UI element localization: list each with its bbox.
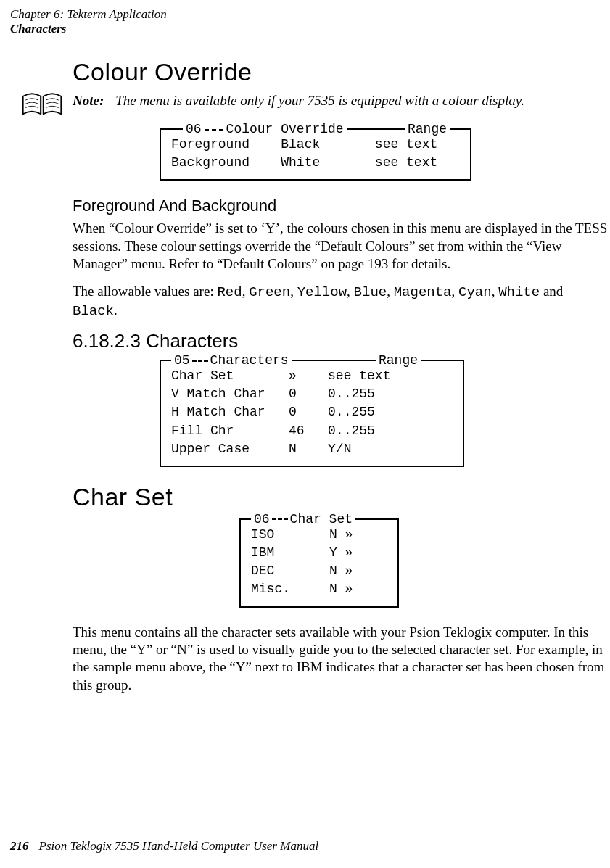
heading-characters: 6.18.2.3 Characters (73, 330, 609, 352)
menu-row: Misc. N » (251, 580, 387, 598)
para2-post: . (114, 302, 118, 318)
menu-colour-override: 06 Colour Override Range Foreground Blac… (160, 128, 471, 181)
running-header: Chapter 6: Tekterm Application Character… (10, 7, 167, 37)
note-text: Note:The menu is available only if your … (73, 92, 524, 109)
menu-legend-range: Range (376, 352, 421, 370)
menu-row: V Match Char 0 0..255 (171, 385, 453, 403)
menu-row: Background White see text (171, 154, 460, 172)
menu-title: Characters (210, 352, 289, 370)
page-number: 216 (10, 839, 29, 853)
value-yellow: Yellow (297, 284, 347, 300)
value-blue: Blue (354, 284, 387, 300)
value-cyan: Cyan (458, 284, 492, 300)
menu-row: IBM Y » (251, 544, 387, 562)
menu-title: Colour Override (226, 120, 344, 139)
heading-char-set: Char Set (73, 483, 609, 511)
book-title: Psion Teklogix 7535 Hand-Held Computer U… (39, 839, 319, 853)
menu-legend-left: 05 Characters (171, 352, 292, 370)
menu-row: H Match Char 0 0..255 (171, 403, 453, 421)
value-white: White (498, 284, 540, 300)
value-red: Red (217, 284, 242, 300)
menu-legend-range: Range (405, 120, 450, 139)
para2-pre: The allowable values are: (73, 284, 217, 299)
heading-foreground-background: Foreground And Background (73, 197, 609, 215)
heading-colour-override: Colour Override (73, 58, 609, 86)
menu-legend-left: 06 Colour Override (183, 120, 347, 139)
body-paragraph-values: The allowable values are: Red, Green, Ye… (73, 283, 609, 320)
running-header-section: Characters (10, 22, 167, 36)
note-label: Note: (73, 93, 104, 108)
note-body: The menu is available only if your 7535 … (115, 93, 524, 108)
menu-number: 05 (174, 352, 190, 370)
note-block: Note:The menu is available only if your … (22, 92, 609, 121)
body-paragraph-tail: This menu contains all the character set… (73, 624, 609, 694)
menu-title: Char Set (290, 511, 353, 529)
menu-row: DEC N » (251, 562, 387, 580)
menu-characters: 05 Characters Range Char Set » see text … (160, 360, 464, 467)
menu-number: 06 (186, 120, 202, 139)
menu-legend-left: 06 Char Set (251, 511, 355, 529)
page-footer: 216Psion Teklogix 7535 Hand-Held Compute… (10, 839, 318, 853)
para2-and: and (540, 284, 563, 299)
menu-row: Upper Case N Y/N (171, 440, 453, 458)
menu-char-set: 06 Char Set ISO N » IBM Y » DEC N » Misc… (239, 518, 399, 608)
running-header-chapter: Chapter 6: Tekterm Application (10, 7, 167, 22)
value-green: Green (249, 284, 290, 300)
value-black: Black (73, 303, 114, 319)
value-magenta: Magenta (394, 284, 452, 300)
menu-row: Fill Chr 46 0..255 (171, 422, 453, 440)
body-paragraph: When “Colour Override” is set to ‘Y’, th… (73, 220, 609, 273)
book-icon (22, 92, 62, 121)
menu-number: 06 (254, 511, 270, 529)
